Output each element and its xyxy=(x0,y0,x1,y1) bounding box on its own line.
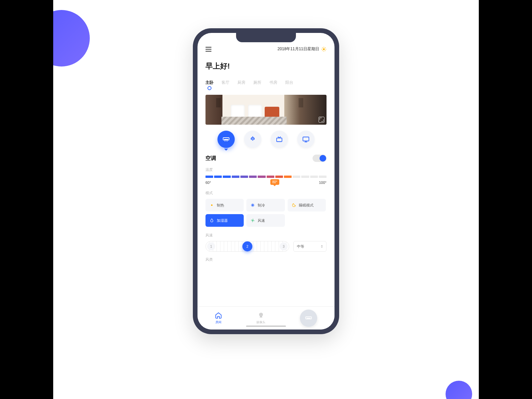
device-ac-button[interactable] xyxy=(217,131,235,148)
svg-line-8 xyxy=(325,48,326,48)
snowflake-icon xyxy=(250,203,255,207)
phone-notch xyxy=(236,33,296,42)
wind-type-label: 风类 xyxy=(205,257,327,262)
bottom-nav: 房间 摄像头 xyxy=(198,306,334,330)
camera-icon xyxy=(257,312,265,319)
power-toggle[interactable] xyxy=(313,155,327,162)
sun-icon xyxy=(209,203,214,207)
device-tv-button[interactable] xyxy=(271,131,288,148)
mode-label: 模式 xyxy=(205,191,327,196)
menu-icon[interactable] xyxy=(205,47,211,52)
device-monitor-button[interactable] xyxy=(297,131,315,148)
light-icon xyxy=(249,135,257,143)
date-text: 2018年11月11日星期日 xyxy=(278,46,319,52)
mode-cool-button[interactable]: 制冷 xyxy=(246,199,285,211)
svg-rect-28 xyxy=(306,317,311,319)
mode-humid-label: 加湿器 xyxy=(217,218,228,223)
ac-small-icon xyxy=(304,314,313,323)
expand-icon[interactable] xyxy=(319,117,325,123)
chevron-updown-icon xyxy=(321,244,323,249)
fan-speed-value: 中等 xyxy=(297,244,304,249)
svg-rect-17 xyxy=(303,137,309,141)
mode-fan-button[interactable]: 风速 xyxy=(246,214,285,227)
nav-camera-button[interactable]: 摄像头 xyxy=(256,312,265,325)
mode-sleep-label: 睡眠模式 xyxy=(299,203,314,208)
ac-icon xyxy=(222,135,230,143)
nav-room-button[interactable]: 房间 xyxy=(215,312,222,325)
svg-line-5 xyxy=(322,48,323,48)
tab-living-room[interactable]: 客厅 xyxy=(221,80,229,90)
temp-min: 60° xyxy=(205,181,211,185)
tv-icon xyxy=(275,135,283,143)
room-preview-image[interactable] xyxy=(205,95,327,125)
fan-level-3[interactable]: 3 xyxy=(280,242,288,250)
temperature-label: 温度 xyxy=(205,167,327,172)
svg-rect-9 xyxy=(223,138,229,140)
svg-point-27 xyxy=(260,314,262,315)
svg-line-7 xyxy=(322,50,323,51)
nav-room-label: 房间 xyxy=(215,320,221,325)
fan-icon xyxy=(250,218,255,223)
droplet-icon xyxy=(209,218,214,223)
nav-camera-label: 摄像头 xyxy=(256,320,265,325)
mode-fan-label: 风速 xyxy=(258,218,265,223)
phone-screen: 2018年11月11日星期日 早上好! 主卧 客厅 厨房 厕所 书房 阳台 xyxy=(198,33,334,330)
device-light-button[interactable] xyxy=(244,131,261,148)
fan-level-2[interactable]: 2 xyxy=(242,241,252,251)
monitor-icon xyxy=(302,135,310,143)
tab-bathroom[interactable]: 厕所 xyxy=(253,80,261,90)
nav-fab-button[interactable] xyxy=(300,310,317,327)
date-label: 2018年11月11日星期日 xyxy=(278,46,327,52)
mode-humidifier-button[interactable]: 加湿器 xyxy=(205,214,244,227)
svg-point-14 xyxy=(251,138,254,140)
tab-balcony[interactable]: 阳台 xyxy=(285,80,293,90)
temperature-slider[interactable] xyxy=(205,176,327,178)
tab-kitchen[interactable]: 厨房 xyxy=(237,80,245,90)
temp-max: 100° xyxy=(319,181,327,185)
decor-circle-top xyxy=(53,10,90,66)
mode-cool-label: 制冷 xyxy=(258,203,265,208)
svg-point-0 xyxy=(323,48,325,50)
tab-study[interactable]: 书房 xyxy=(269,80,277,90)
fan-speed-label: 风速 xyxy=(205,233,327,238)
home-icon xyxy=(215,312,222,319)
home-indicator xyxy=(246,326,286,327)
svg-point-25 xyxy=(252,220,253,221)
svg-rect-16 xyxy=(277,138,282,142)
svg-line-6 xyxy=(325,50,326,51)
tab-master-bedroom[interactable]: 主卧 xyxy=(205,80,213,90)
mode-heat-label: 制热 xyxy=(217,203,224,208)
mode-sleep-button[interactable]: 睡眠模式 xyxy=(288,199,326,211)
fan-speed-slider[interactable]: 1 2 3 xyxy=(205,241,289,252)
phone-frame: 2018年11月11日星期日 早上好! 主卧 客厅 厨房 厕所 书房 阳台 xyxy=(193,28,339,334)
fan-level-1[interactable]: 1 xyxy=(207,242,215,250)
weather-sun-icon xyxy=(321,47,327,52)
mode-heat-button[interactable]: 制热 xyxy=(205,199,244,211)
moon-icon xyxy=(292,203,296,207)
svg-point-26 xyxy=(259,313,262,316)
section-title: 空调 xyxy=(205,155,216,162)
decor-circle-bottom xyxy=(446,381,472,399)
fan-speed-select[interactable]: 中等 xyxy=(293,241,327,252)
svg-point-20 xyxy=(211,204,213,206)
room-tabs: 主卧 客厅 厨房 厕所 书房 阳台 xyxy=(205,80,327,90)
greeting-title: 早上好! xyxy=(205,61,327,71)
temp-current-badge: 80° xyxy=(270,179,279,185)
